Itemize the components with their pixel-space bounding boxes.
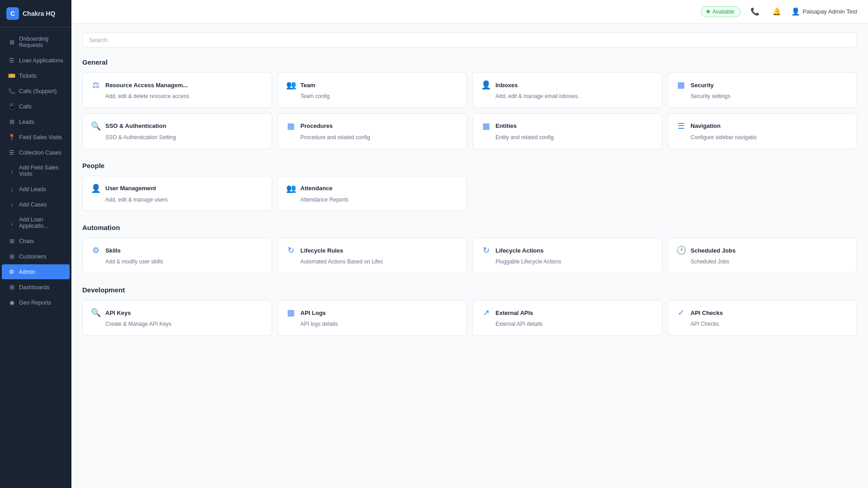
- sidebar-item-leads[interactable]: ⊞ Leads: [2, 114, 70, 129]
- section-people-grid: 👤 User Management Add, edit & manage use…: [82, 176, 857, 211]
- card-procedures-title: Procedures: [301, 122, 333, 129]
- sidebar-item-dashboards[interactable]: ⊞ Dashboards: [2, 280, 70, 295]
- sidebar-item-add-cases[interactable]: ↓ Add Cases: [2, 197, 70, 212]
- calls-icon: 📱: [8, 103, 15, 110]
- card-api-logs-header: ▦ API Logs: [286, 308, 459, 318]
- sidebar-item-collection-cases[interactable]: ☰ Collection Cases: [2, 145, 70, 160]
- add-cases-icon: ↓: [8, 201, 15, 208]
- card-entities[interactable]: ▦ Entities Entity and related config: [472, 113, 662, 149]
- card-entities-desc: Entity and related config: [481, 134, 654, 141]
- collection-cases-icon: ☰: [8, 149, 15, 156]
- leads-label: Leads: [19, 119, 34, 125]
- sections-container: General ⚖ Resource Access Managem... Add…: [82, 58, 857, 336]
- card-sso-auth-title: SSO & Authentication: [105, 122, 166, 129]
- leads-icon: ⊞: [8, 118, 15, 125]
- user-avatar-icon: 👤: [791, 7, 800, 16]
- sidebar-item-customers[interactable]: ⊞ Customers: [2, 249, 70, 264]
- card-scheduled-jobs[interactable]: 🕐 Scheduled Jobs Scheduled Jobs: [668, 238, 858, 273]
- card-lifecycle-actions-header: ↻ Lifecycle Actions: [481, 245, 654, 255]
- card-api-keys-icon: 🔍: [91, 308, 101, 318]
- sidebar-item-geo-reports[interactable]: ◉ Geo Reports: [2, 295, 70, 310]
- card-skills[interactable]: ⚙ Skills Add & modify user skills: [82, 238, 272, 273]
- card-api-keys[interactable]: 🔍 API Keys Create & Manage API Keys: [82, 300, 272, 336]
- section-development: Development 🔍 API Keys Create & Manage A…: [82, 286, 857, 336]
- card-lifecycle-actions[interactable]: ↻ Lifecycle Actions Pluggable Lifecycle …: [472, 238, 662, 273]
- calls-label: Calls: [19, 103, 32, 110]
- card-external-apis[interactable]: ↗ External APIs External API details: [472, 300, 662, 336]
- card-external-apis-desc: External API details: [481, 320, 654, 328]
- status-badge[interactable]: Available: [701, 6, 740, 17]
- search-input[interactable]: [82, 33, 857, 47]
- card-api-checks[interactable]: ✓ API Checks API Checks: [668, 300, 858, 336]
- sidebar-item-field-sales-visits[interactable]: 📍 Field Sales Visits: [2, 130, 70, 145]
- card-user-management[interactable]: 👤 User Management Add, edit & manage use…: [82, 176, 272, 211]
- card-navigation-header: ☰ Navigation: [676, 121, 849, 131]
- sidebar: C Chakra HQ ⊞ Onboarding Requests ☰ Loan…: [0, 0, 71, 488]
- app-logo[interactable]: C Chakra HQ: [0, 0, 71, 28]
- sidebar-item-calls-support[interactable]: 📞 Calls (Support): [2, 84, 70, 99]
- user-name: Paisapay Admin Test: [803, 8, 857, 15]
- sidebar-item-add-loan-applications[interactable]: ↓ Add Loan Applicatio...: [2, 212, 70, 233]
- card-navigation-icon: ☰: [676, 121, 686, 131]
- card-sso-auth[interactable]: 🔍 SSO & Authentication SSO & Authenticat…: [82, 113, 272, 149]
- card-procedures-header: ▦ Procedures: [286, 121, 459, 131]
- card-skills-title: Skills: [105, 247, 121, 254]
- card-user-management-desc: Add, edit & manage users: [91, 196, 264, 204]
- card-external-apis-title: External APIs: [495, 310, 533, 316]
- card-inboxes[interactable]: 👤 Inboxes Add, edit & manage email inbox…: [472, 72, 662, 108]
- card-security[interactable]: ▦ Security Security settings: [668, 72, 858, 108]
- card-user-management-title: User Management: [105, 185, 156, 192]
- card-procedures[interactable]: ▦ Procedures Procedure and related confi…: [278, 113, 467, 149]
- card-security-title: Security: [691, 82, 714, 89]
- card-api-keys-title: API Keys: [105, 310, 131, 316]
- card-api-checks-header: ✓ API Checks: [676, 308, 849, 318]
- card-team[interactable]: 👥 Team Team config: [278, 72, 467, 108]
- header: Available 📞 🔔 👤 Paisapay Admin Test: [71, 0, 868, 23]
- sidebar-item-admin[interactable]: ⚙ Admin: [2, 264, 70, 279]
- card-security-desc: Security settings: [676, 93, 849, 100]
- card-attendance[interactable]: 👥 Attendance Attendance Reports: [278, 176, 467, 211]
- card-api-checks-icon: ✓: [676, 308, 686, 318]
- card-lifecycle-rules[interactable]: ↻ Lifecycle Rules Automated Actions Base…: [278, 238, 467, 273]
- sidebar-item-onboarding-requests[interactable]: ⊞ Onboarding Requests: [2, 32, 70, 52]
- sidebar-item-add-leads[interactable]: ↓ Add Leads: [2, 182, 70, 197]
- sidebar-item-tickets[interactable]: 🎫 Tickets: [2, 68, 70, 83]
- sidebar-item-chats[interactable]: ⊞ Chats: [2, 234, 70, 249]
- card-scheduled-jobs-icon: 🕐: [676, 245, 686, 255]
- card-api-logs[interactable]: ▦ API Logs API logs details: [278, 300, 467, 336]
- card-inboxes-header: 👤 Inboxes: [481, 80, 654, 90]
- card-api-logs-icon: ▦: [286, 308, 296, 318]
- loan-applications-icon: ☰: [8, 57, 15, 64]
- card-security-icon: ▦: [676, 80, 686, 90]
- card-team-desc: Team config: [286, 93, 459, 100]
- logo-icon: C: [6, 7, 19, 20]
- section-general-grid: ⚖ Resource Access Managem... Add, edit &…: [82, 72, 857, 149]
- bell-icon[interactable]: 🔔: [769, 5, 784, 19]
- card-inboxes-desc: Add, edit & manage email inboxes.: [481, 93, 654, 100]
- card-resource-access[interactable]: ⚖ Resource Access Managem... Add, edit &…: [82, 72, 272, 108]
- card-skills-desc: Add & modify user skills: [91, 258, 264, 266]
- dashboards-icon: ⊞: [8, 284, 15, 291]
- collection-cases-label: Collection Cases: [19, 150, 61, 156]
- card-lifecycle-actions-icon: ↻: [481, 245, 491, 255]
- sidebar-item-loan-applications[interactable]: ☰ Loan Applications: [2, 53, 70, 68]
- onboarding-requests-label: Onboarding Requests: [19, 36, 63, 48]
- section-development-title: Development: [82, 286, 857, 294]
- sidebar-item-calls[interactable]: 📱 Calls: [2, 99, 70, 114]
- card-scheduled-jobs-title: Scheduled Jobs: [691, 247, 736, 254]
- user-menu[interactable]: 👤 Paisapay Admin Test: [791, 7, 857, 16]
- add-loan-applications-icon: ↓: [8, 220, 15, 226]
- customers-icon: ⊞: [8, 253, 15, 260]
- card-navigation[interactable]: ☰ Navigation Configure sidebar navigatio: [668, 113, 858, 149]
- add-leads-icon: ↓: [8, 186, 15, 192]
- sidebar-item-add-field-sales-visits[interactable]: ↓ Add Field Sales Visits: [2, 160, 70, 181]
- card-skills-icon: ⚙: [91, 245, 101, 255]
- card-attendance-icon: 👥: [286, 183, 296, 193]
- card-entities-title: Entities: [495, 122, 517, 129]
- phone-icon[interactable]: 📞: [748, 5, 762, 19]
- card-team-header: 👥 Team: [286, 80, 459, 90]
- card-lifecycle-actions-title: Lifecycle Actions: [495, 247, 543, 254]
- card-scheduled-jobs-header: 🕐 Scheduled Jobs: [676, 245, 849, 255]
- section-automation-grid: ⚙ Skills Add & modify user skills ↻ Life…: [82, 238, 857, 273]
- card-lifecycle-actions-desc: Pluggable Lifecycle Actions: [481, 258, 654, 266]
